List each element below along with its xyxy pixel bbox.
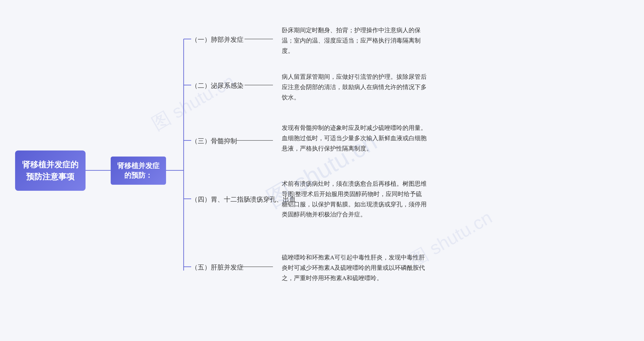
second-node: 肾移植并发症的预防： [111, 157, 166, 185]
branch-4: （四）胃、十二指肠溃疡穿孔、出血 [191, 195, 296, 204]
branch-2-content: 病人留置尿管期间，应做好引流管的护理。拔除尿管后应注意会阴部的清洁，鼓励病人在病… [282, 72, 428, 102]
root-node: 肾移植并发症的预防注意事项 [15, 150, 86, 191]
root-label: 肾移植并发症的预防注意事项 [22, 160, 78, 181]
branch-3-label: （三）骨髓抑制 [191, 137, 237, 145]
watermark-topleft: 图 shutu.cn [147, 69, 239, 136]
branch-1-content: 卧床期间定时翻身、拍背；护理操作中注意病人的保温；室内的温、湿度应适当；应严格执… [282, 25, 428, 56]
branch-1: （一）肺部并发症 [191, 35, 244, 44]
branch-4-content: 术前有溃疡病灶时，须在溃疡愈合后再移植。树图思维导图|整理术后开始服用类固醇药物… [282, 179, 428, 220]
second-label: 肾移植并发症的预防： [117, 162, 159, 179]
branch-1-label: （一）肺部并发症 [191, 36, 244, 43]
branch-5-label: （五）肝脏并发症 [191, 264, 244, 271]
branch-5: （五）肝脏并发症 [191, 263, 244, 272]
branch-4-label: （四）胃、十二指肠溃疡穿孔、出血 [191, 196, 296, 203]
branch-5-content: 硫唑嘌呤和环孢素A可引起中毒性肝炎，发现中毒性肝炎时可减少环孢素A及硫唑嘌呤的用… [282, 252, 428, 283]
branch-2-label: （二）泌尿系感染 [191, 82, 244, 89]
mindmap-container: 图 shutu.cn 图 shutu.cn 图 shutu.cn 肾移植并发症的… [0, 0, 644, 341]
branch-3: （三）骨髓抑制 [191, 137, 237, 145]
branch-2: （二）泌尿系感染 [191, 81, 244, 90]
branch-3-content: 发现有骨髓抑制的迹象时应及时减少硫唑嘌呤的用量。血细胞过低时，可适当少量多次输入… [282, 123, 428, 154]
